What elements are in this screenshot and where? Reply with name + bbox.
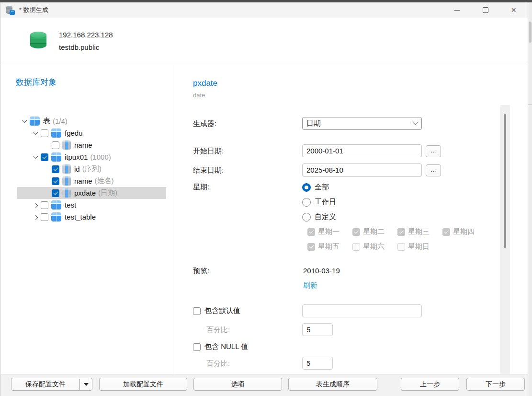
checkbox-checked-disabled: [442, 228, 450, 236]
include-null-checkbox-row[interactable]: 包含 NULL 值: [193, 340, 248, 353]
detail-scrollbar[interactable]: [500, 105, 510, 374]
chevron-right-icon[interactable]: [30, 211, 41, 223]
checkbox-checked[interactable]: [52, 189, 59, 197]
save-profile-button[interactable]: 保存配置文件: [11, 378, 79, 390]
tree-row-test-table[interactable]: test_table: [17, 211, 166, 223]
outer-scrollbar[interactable]: [528, 2, 532, 396]
default-value-input[interactable]: [302, 304, 422, 317]
next-step-button[interactable]: 下一步: [466, 378, 525, 391]
tree-label: fgedu: [65, 129, 83, 137]
checkbox[interactable]: [193, 307, 201, 315]
checkbox[interactable]: [52, 141, 59, 149]
radio-icon[interactable]: [302, 213, 311, 221]
titlebar: 101 * 数据生成 ✕: [0, 2, 528, 18]
tree-row-fgedu-name[interactable]: name: [17, 139, 166, 151]
checkbox-checked[interactable]: [52, 165, 59, 173]
minimize-icon: [454, 10, 460, 11]
maximize-button[interactable]: [471, 2, 499, 18]
tree-generator-hint: (日期): [98, 188, 117, 198]
tree-label: test_table: [65, 213, 96, 221]
weekday-option-all[interactable]: 全部: [302, 180, 329, 195]
chevron-down-icon[interactable]: [30, 127, 41, 139]
close-button[interactable]: ✕: [499, 2, 528, 18]
sidebar-title: 数据库对象: [16, 77, 57, 88]
chevron-down-icon[interactable]: [30, 151, 41, 163]
save-profile-split-button[interactable]: 保存配置文件: [11, 378, 92, 391]
maximize-icon: [483, 7, 488, 13]
tree-label: name: [74, 177, 92, 185]
checkbox[interactable]: [41, 201, 48, 209]
checkbox-checked-disabled: [397, 228, 405, 236]
weekday-option-workday[interactable]: 工作日: [302, 195, 336, 210]
checkbox-checked-disabled: [307, 243, 315, 251]
tree-label: name: [74, 141, 92, 149]
include-default-checkbox-row[interactable]: 包含默认值: [193, 304, 240, 317]
checkbox-checked[interactable]: [52, 177, 59, 185]
tree-row-tables[interactable]: 表 (1/4): [17, 115, 166, 127]
options-button[interactable]: 选项: [193, 378, 282, 391]
refresh-link[interactable]: 刷新: [303, 280, 317, 291]
tree-count: (1000): [90, 153, 111, 161]
tree-row-name[interactable]: name (姓名): [17, 175, 166, 187]
field-name-title: pxdate: [193, 79, 217, 88]
minimize-button[interactable]: [443, 2, 471, 18]
tree-label: pxdate: [74, 189, 96, 197]
start-date-label: 开始日期:: [193, 144, 224, 157]
checkbox-disabled: [352, 243, 360, 251]
table-icon: [51, 128, 61, 138]
connection-host: 192.168.223.128: [59, 31, 113, 39]
save-profile-dropdown[interactable]: [80, 378, 92, 390]
field-icon: [62, 176, 71, 186]
previous-step-button[interactable]: 上一步: [401, 378, 459, 391]
start-date-input[interactable]: [302, 144, 422, 157]
field-icon: [62, 188, 71, 198]
footer-bar: 保存配置文件 加载配置文件 选项 表生成顺序 上一步 下一步: [0, 374, 528, 396]
radio-selected-icon[interactable]: [302, 183, 311, 192]
default-percent-input[interactable]: [302, 323, 333, 336]
field-icon: [62, 140, 71, 150]
table-generation-order-button[interactable]: 表生成顺序: [288, 378, 377, 391]
tree-row-pxdate-selected[interactable]: pxdate (日期): [17, 187, 166, 199]
end-date-label: 结束日期:: [193, 163, 224, 176]
window-title: * 数据生成: [19, 6, 48, 14]
weekday-saturday: 星期六: [352, 242, 397, 251]
tree-generator-hint: (姓名): [95, 176, 114, 186]
weekday-checkbox-row-2: 星期五 星期六 星期日: [307, 239, 442, 254]
table-icon: [51, 152, 61, 162]
scrollbar-thumb[interactable]: [504, 114, 506, 248]
end-date-input[interactable]: [302, 163, 422, 176]
tree-row-itpux01[interactable]: itpux01 (1000): [17, 151, 166, 163]
default-percent-label: 百分比:: [206, 323, 230, 336]
null-percent-input[interactable]: [302, 357, 333, 370]
checkbox-disabled: [397, 243, 405, 251]
chevron-right-icon[interactable]: [30, 199, 41, 211]
tree-row-test[interactable]: test: [17, 199, 166, 211]
tree-row-id[interactable]: id (序列): [17, 163, 166, 175]
tree-count: (1/4): [53, 117, 68, 125]
tree-label: itpux01: [65, 153, 88, 161]
weekday-option-custom[interactable]: 自定义: [302, 210, 336, 224]
load-profile-button[interactable]: 加载配置文件: [99, 378, 187, 391]
connection-schema: testdb.public: [59, 43, 99, 51]
checkbox[interactable]: [193, 343, 201, 351]
table-icon: [30, 116, 40, 126]
checkbox[interactable]: [41, 213, 48, 221]
field-type-subtitle: date: [193, 92, 205, 99]
weekday-sunday: 星期日: [397, 242, 442, 251]
generator-select[interactable]: 日期: [302, 117, 422, 130]
connection-header: 192.168.223.128 testdb.public: [0, 18, 528, 65]
window-left-border: [0, 2, 0, 396]
weekday-friday: 星期五: [307, 242, 352, 251]
end-date-browse-button[interactable]: ...: [426, 164, 441, 176]
field-icon: [62, 164, 71, 174]
radio-icon[interactable]: [302, 198, 311, 207]
outer-scrollbar-thumb[interactable]: [529, 22, 532, 43]
checkbox-checked[interactable]: [41, 153, 48, 161]
start-date-browse-button[interactable]: ...: [426, 145, 441, 157]
tree-label: 表: [43, 116, 50, 126]
generator-selected-value: 日期: [306, 119, 413, 128]
chevron-down-icon[interactable]: [19, 115, 30, 127]
checkbox[interactable]: [41, 129, 48, 137]
generator-label: 生成器:: [193, 117, 216, 130]
tree-row-fgedu[interactable]: fgedu: [17, 127, 166, 139]
